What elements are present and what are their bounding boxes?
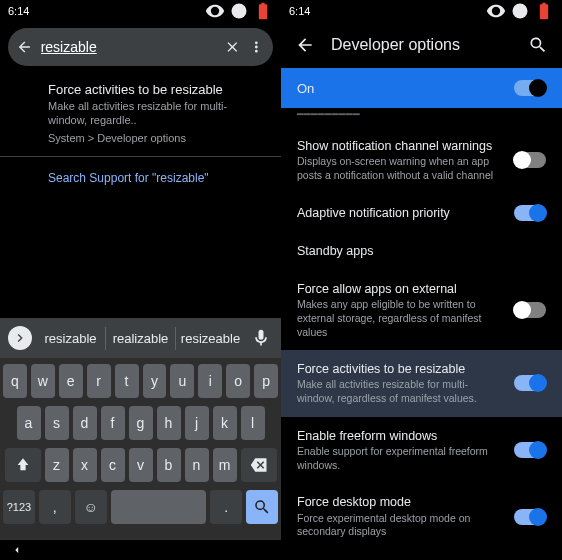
- key-m[interactable]: m: [213, 448, 237, 482]
- result-title: Force activities to be resizable: [48, 82, 265, 97]
- key-q[interactable]: q: [3, 364, 27, 398]
- setting-title: Force activities to be resizable: [297, 361, 502, 377]
- setting-item[interactable]: Adaptive notification priority: [281, 194, 562, 232]
- comma-key[interactable]: ,: [39, 490, 71, 524]
- svg-point-1: [513, 4, 528, 19]
- header: Developer options: [281, 22, 562, 68]
- setting-title: Adaptive notification priority: [297, 205, 502, 221]
- battery-icon: [253, 1, 273, 21]
- setting-item[interactable]: Reset ShortcutManager rate-limiting: [281, 550, 562, 560]
- key-e[interactable]: e: [59, 364, 83, 398]
- key-k[interactable]: k: [213, 406, 237, 440]
- nav-back-icon[interactable]: [10, 543, 24, 557]
- backspace-key[interactable]: [241, 448, 277, 482]
- keyboard: qwertyuiop asdfghjkl zxcvbnm ?123 , ☺ .: [0, 358, 281, 540]
- setting-item[interactable]: Force desktop modeForce experimental des…: [281, 483, 562, 550]
- suggestion-bar: resizable realizable resizeable: [0, 318, 281, 358]
- key-y[interactable]: y: [143, 364, 167, 398]
- key-w[interactable]: w: [31, 364, 55, 398]
- period-key[interactable]: .: [210, 490, 242, 524]
- suggestion[interactable]: realizable: [106, 327, 176, 350]
- status-icons: [205, 1, 273, 21]
- result-path: System > Developer options: [48, 132, 265, 144]
- key-c[interactable]: c: [101, 448, 125, 482]
- mic-icon[interactable]: [249, 328, 273, 348]
- key-f[interactable]: f: [101, 406, 125, 440]
- setting-item[interactable]: Enable freeform windowsEnable support fo…: [281, 417, 562, 484]
- setting-item[interactable]: Force activities to be resizableMake all…: [281, 350, 562, 417]
- developer-options-screen: 6:14 Developer options On ━━━━━━━━━ Show…: [281, 0, 562, 560]
- key-o[interactable]: o: [226, 364, 250, 398]
- chevron-right-icon[interactable]: [8, 326, 32, 350]
- eye-icon: [205, 1, 225, 21]
- key-j[interactable]: j: [185, 406, 209, 440]
- setting-item[interactable]: Show notification channel warningsDispla…: [281, 127, 562, 194]
- key-d[interactable]: d: [73, 406, 97, 440]
- truncated-item: ━━━━━━━━━: [281, 108, 562, 127]
- key-n[interactable]: n: [185, 448, 209, 482]
- search-screen: 6:14 Force activities to be resizable Ma…: [0, 0, 281, 560]
- toggle-switch[interactable]: [514, 205, 546, 221]
- key-x[interactable]: x: [73, 448, 97, 482]
- back-icon[interactable]: [16, 37, 33, 57]
- setting-item[interactable]: Force allow apps on externalMakes any ap…: [281, 270, 562, 350]
- key-s[interactable]: s: [45, 406, 69, 440]
- key-u[interactable]: u: [170, 364, 194, 398]
- result-desc: Make all activities resizable for multi-…: [48, 99, 265, 128]
- back-icon[interactable]: [295, 35, 315, 55]
- setting-desc: Make all activities resizable for multi-…: [297, 378, 502, 405]
- key-i[interactable]: i: [198, 364, 222, 398]
- setting-title: Force allow apps on external: [297, 281, 502, 297]
- search-icon[interactable]: [528, 35, 548, 55]
- key-l[interactable]: l: [241, 406, 265, 440]
- setting-desc: Force experimental desktop mode on secon…: [297, 512, 502, 539]
- more-icon[interactable]: [248, 37, 265, 57]
- eye-icon: [486, 1, 506, 21]
- status-bar: 6:14: [281, 0, 562, 22]
- space-key[interactable]: [111, 490, 207, 524]
- key-b[interactable]: b: [157, 448, 181, 482]
- status-icons: [486, 1, 554, 21]
- shift-key[interactable]: [5, 448, 41, 482]
- settings-list: ━━━━━━━━━ Show notification channel warn…: [281, 108, 562, 560]
- key-a[interactable]: a: [17, 406, 41, 440]
- svg-point-0: [232, 4, 247, 19]
- setting-desc: Enable support for experimental freeform…: [297, 445, 502, 472]
- search-key[interactable]: [246, 490, 278, 524]
- dnd-icon: [229, 1, 249, 21]
- suggestion[interactable]: resizeable: [176, 327, 245, 350]
- key-r[interactable]: r: [87, 364, 111, 398]
- setting-title: Standby apps: [297, 243, 546, 259]
- search-support[interactable]: Search Support for "resizable": [0, 156, 281, 199]
- numbers-key[interactable]: ?123: [3, 490, 35, 524]
- key-v[interactable]: v: [129, 448, 153, 482]
- key-t[interactable]: t: [115, 364, 139, 398]
- toggle-switch[interactable]: [514, 375, 546, 391]
- key-p[interactable]: p: [254, 364, 278, 398]
- setting-item[interactable]: Standby apps: [281, 232, 562, 270]
- clock: 6:14: [8, 5, 29, 17]
- emoji-key[interactable]: ☺: [75, 490, 107, 524]
- key-g[interactable]: g: [129, 406, 153, 440]
- key-h[interactable]: h: [157, 406, 181, 440]
- toggle-switch[interactable]: [514, 152, 546, 168]
- setting-title: Show notification channel warnings: [297, 138, 502, 154]
- clock: 6:14: [289, 5, 310, 17]
- setting-title: Force desktop mode: [297, 494, 502, 510]
- dnd-icon: [510, 1, 530, 21]
- toggle-switch[interactable]: [514, 442, 546, 458]
- toggle-switch[interactable]: [514, 509, 546, 525]
- toggle-switch[interactable]: [514, 302, 546, 318]
- search-result[interactable]: Force activities to be resizable Make al…: [0, 72, 281, 156]
- master-toggle[interactable]: On: [281, 68, 562, 108]
- search-input[interactable]: [41, 39, 216, 55]
- toggle-switch[interactable]: [514, 80, 546, 96]
- clear-icon[interactable]: [224, 37, 241, 57]
- setting-desc: Makes any app eligible to be written to …: [297, 298, 502, 339]
- status-bar: 6:14: [0, 0, 281, 22]
- setting-desc: Displays on-screen warning when an app p…: [297, 155, 502, 182]
- suggestion[interactable]: resizable: [36, 327, 106, 350]
- battery-icon: [534, 1, 554, 21]
- search-bar: [8, 28, 273, 66]
- key-z[interactable]: z: [45, 448, 69, 482]
